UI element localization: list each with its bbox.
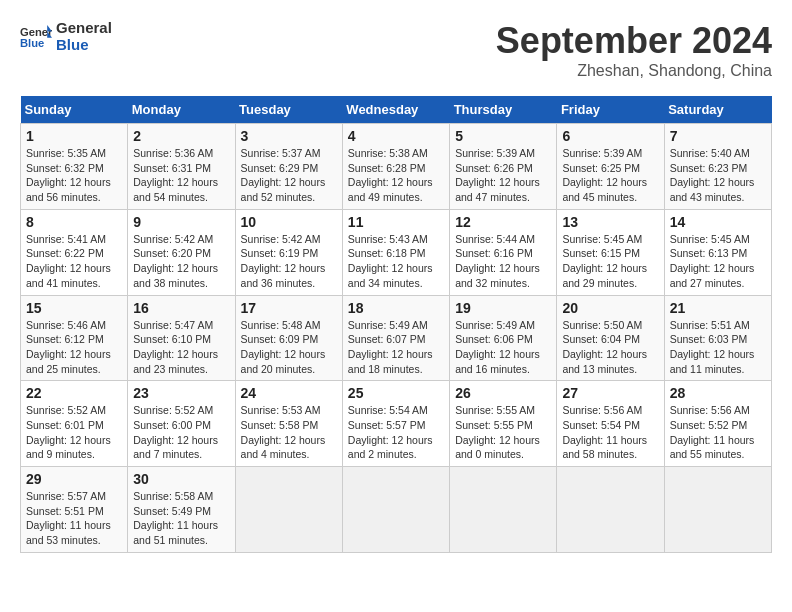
calendar-cell: 4Sunrise: 5:38 AM Sunset: 6:28 PM Daylig…: [342, 124, 449, 210]
day-number: 14: [670, 214, 766, 230]
day-number: 24: [241, 385, 337, 401]
day-number: 4: [348, 128, 444, 144]
day-info: Sunrise: 5:37 AM Sunset: 6:29 PM Dayligh…: [241, 146, 337, 205]
calendar-cell: 9Sunrise: 5:42 AM Sunset: 6:20 PM Daylig…: [128, 209, 235, 295]
title-area: September 2024 Zheshan, Shandong, China: [496, 20, 772, 80]
day-number: 20: [562, 300, 658, 316]
day-info: Sunrise: 5:39 AM Sunset: 6:26 PM Dayligh…: [455, 146, 551, 205]
day-info: Sunrise: 5:55 AM Sunset: 5:55 PM Dayligh…: [455, 403, 551, 462]
day-info: Sunrise: 5:52 AM Sunset: 6:01 PM Dayligh…: [26, 403, 122, 462]
day-number: 16: [133, 300, 229, 316]
day-number: 18: [348, 300, 444, 316]
day-number: 17: [241, 300, 337, 316]
calendar-cell: 20Sunrise: 5:50 AM Sunset: 6:04 PM Dayli…: [557, 295, 664, 381]
calendar-cell: 11Sunrise: 5:43 AM Sunset: 6:18 PM Dayli…: [342, 209, 449, 295]
day-info: Sunrise: 5:45 AM Sunset: 6:13 PM Dayligh…: [670, 232, 766, 291]
month-title: September 2024: [496, 20, 772, 62]
day-number: 26: [455, 385, 551, 401]
day-number: 9: [133, 214, 229, 230]
day-number: 12: [455, 214, 551, 230]
day-number: 15: [26, 300, 122, 316]
day-number: 30: [133, 471, 229, 487]
calendar-cell: [450, 467, 557, 553]
day-info: Sunrise: 5:46 AM Sunset: 6:12 PM Dayligh…: [26, 318, 122, 377]
day-number: 2: [133, 128, 229, 144]
day-info: Sunrise: 5:51 AM Sunset: 6:03 PM Dayligh…: [670, 318, 766, 377]
week-row-1: 1Sunrise: 5:35 AM Sunset: 6:32 PM Daylig…: [21, 124, 772, 210]
day-number: 13: [562, 214, 658, 230]
calendar-cell: 22Sunrise: 5:52 AM Sunset: 6:01 PM Dayli…: [21, 381, 128, 467]
calendar-cell: 16Sunrise: 5:47 AM Sunset: 6:10 PM Dayli…: [128, 295, 235, 381]
col-saturday: Saturday: [664, 96, 771, 124]
calendar-cell: 17Sunrise: 5:48 AM Sunset: 6:09 PM Dayli…: [235, 295, 342, 381]
day-number: 29: [26, 471, 122, 487]
calendar-cell: 19Sunrise: 5:49 AM Sunset: 6:06 PM Dayli…: [450, 295, 557, 381]
col-thursday: Thursday: [450, 96, 557, 124]
calendar-cell: 23Sunrise: 5:52 AM Sunset: 6:00 PM Dayli…: [128, 381, 235, 467]
calendar-cell: 30Sunrise: 5:58 AM Sunset: 5:49 PM Dayli…: [128, 467, 235, 553]
day-info: Sunrise: 5:56 AM Sunset: 5:52 PM Dayligh…: [670, 403, 766, 462]
calendar-cell: 6Sunrise: 5:39 AM Sunset: 6:25 PM Daylig…: [557, 124, 664, 210]
calendar-cell: 25Sunrise: 5:54 AM Sunset: 5:57 PM Dayli…: [342, 381, 449, 467]
calendar-header-row: SundayMondayTuesdayWednesdayThursdayFrid…: [21, 96, 772, 124]
day-number: 23: [133, 385, 229, 401]
logo-blue: Blue: [56, 37, 112, 54]
logo-icon: General Blue: [20, 23, 52, 51]
svg-text:Blue: Blue: [20, 37, 44, 49]
day-info: Sunrise: 5:36 AM Sunset: 6:31 PM Dayligh…: [133, 146, 229, 205]
week-row-2: 8Sunrise: 5:41 AM Sunset: 6:22 PM Daylig…: [21, 209, 772, 295]
calendar-cell: 24Sunrise: 5:53 AM Sunset: 5:58 PM Dayli…: [235, 381, 342, 467]
calendar-table: SundayMondayTuesdayWednesdayThursdayFrid…: [20, 96, 772, 553]
calendar-cell: 12Sunrise: 5:44 AM Sunset: 6:16 PM Dayli…: [450, 209, 557, 295]
day-number: 22: [26, 385, 122, 401]
day-number: 28: [670, 385, 766, 401]
day-number: 8: [26, 214, 122, 230]
day-number: 11: [348, 214, 444, 230]
day-info: Sunrise: 5:47 AM Sunset: 6:10 PM Dayligh…: [133, 318, 229, 377]
col-sunday: Sunday: [21, 96, 128, 124]
day-number: 7: [670, 128, 766, 144]
col-friday: Friday: [557, 96, 664, 124]
day-number: 27: [562, 385, 658, 401]
calendar-cell: 18Sunrise: 5:49 AM Sunset: 6:07 PM Dayli…: [342, 295, 449, 381]
day-number: 10: [241, 214, 337, 230]
day-info: Sunrise: 5:57 AM Sunset: 5:51 PM Dayligh…: [26, 489, 122, 548]
day-info: Sunrise: 5:42 AM Sunset: 6:20 PM Dayligh…: [133, 232, 229, 291]
calendar-cell: 14Sunrise: 5:45 AM Sunset: 6:13 PM Dayli…: [664, 209, 771, 295]
calendar-cell: 15Sunrise: 5:46 AM Sunset: 6:12 PM Dayli…: [21, 295, 128, 381]
col-monday: Monday: [128, 96, 235, 124]
location-title: Zheshan, Shandong, China: [496, 62, 772, 80]
col-wednesday: Wednesday: [342, 96, 449, 124]
week-row-3: 15Sunrise: 5:46 AM Sunset: 6:12 PM Dayli…: [21, 295, 772, 381]
logo-general: General: [56, 20, 112, 37]
day-number: 5: [455, 128, 551, 144]
calendar-cell: 13Sunrise: 5:45 AM Sunset: 6:15 PM Dayli…: [557, 209, 664, 295]
calendar-cell: [557, 467, 664, 553]
day-number: 19: [455, 300, 551, 316]
day-info: Sunrise: 5:52 AM Sunset: 6:00 PM Dayligh…: [133, 403, 229, 462]
day-info: Sunrise: 5:49 AM Sunset: 6:06 PM Dayligh…: [455, 318, 551, 377]
day-info: Sunrise: 5:49 AM Sunset: 6:07 PM Dayligh…: [348, 318, 444, 377]
calendar-cell: 29Sunrise: 5:57 AM Sunset: 5:51 PM Dayli…: [21, 467, 128, 553]
day-info: Sunrise: 5:56 AM Sunset: 5:54 PM Dayligh…: [562, 403, 658, 462]
calendar-cell: 21Sunrise: 5:51 AM Sunset: 6:03 PM Dayli…: [664, 295, 771, 381]
week-row-5: 29Sunrise: 5:57 AM Sunset: 5:51 PM Dayli…: [21, 467, 772, 553]
calendar-cell: 3Sunrise: 5:37 AM Sunset: 6:29 PM Daylig…: [235, 124, 342, 210]
calendar-cell: 26Sunrise: 5:55 AM Sunset: 5:55 PM Dayli…: [450, 381, 557, 467]
day-info: Sunrise: 5:41 AM Sunset: 6:22 PM Dayligh…: [26, 232, 122, 291]
header: General Blue General Blue September 2024…: [20, 20, 772, 80]
day-info: Sunrise: 5:58 AM Sunset: 5:49 PM Dayligh…: [133, 489, 229, 548]
logo: General Blue General Blue: [20, 20, 112, 53]
day-info: Sunrise: 5:54 AM Sunset: 5:57 PM Dayligh…: [348, 403, 444, 462]
day-info: Sunrise: 5:45 AM Sunset: 6:15 PM Dayligh…: [562, 232, 658, 291]
calendar-cell: 5Sunrise: 5:39 AM Sunset: 6:26 PM Daylig…: [450, 124, 557, 210]
day-number: 1: [26, 128, 122, 144]
day-info: Sunrise: 5:53 AM Sunset: 5:58 PM Dayligh…: [241, 403, 337, 462]
day-info: Sunrise: 5:43 AM Sunset: 6:18 PM Dayligh…: [348, 232, 444, 291]
calendar-cell: 10Sunrise: 5:42 AM Sunset: 6:19 PM Dayli…: [235, 209, 342, 295]
calendar-cell: 1Sunrise: 5:35 AM Sunset: 6:32 PM Daylig…: [21, 124, 128, 210]
day-number: 3: [241, 128, 337, 144]
calendar-cell: [664, 467, 771, 553]
calendar-cell: 7Sunrise: 5:40 AM Sunset: 6:23 PM Daylig…: [664, 124, 771, 210]
calendar-cell: 28Sunrise: 5:56 AM Sunset: 5:52 PM Dayli…: [664, 381, 771, 467]
